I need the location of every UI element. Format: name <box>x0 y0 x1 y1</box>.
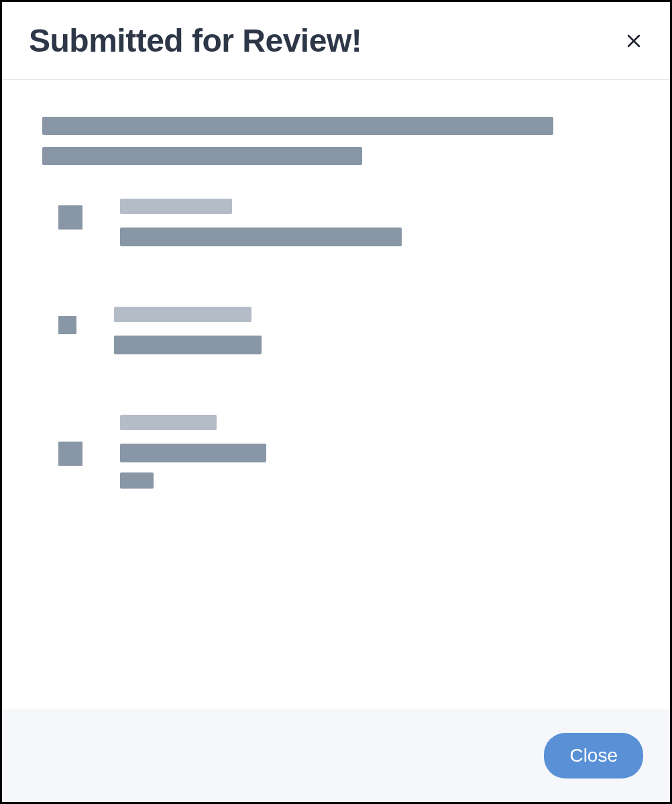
list-item <box>58 199 630 260</box>
modal-body <box>2 80 670 709</box>
list-item-content <box>120 199 402 260</box>
modal-footer: Close <box>2 709 670 802</box>
intro-text <box>42 117 630 165</box>
skeleton-line <box>114 307 251 322</box>
modal-title: Submitted for Review! <box>29 22 361 59</box>
list-item-content <box>114 307 262 368</box>
skeleton-line <box>120 415 217 430</box>
bullet-icon <box>58 442 82 466</box>
list-items <box>42 199 630 502</box>
skeleton-line <box>120 472 154 489</box>
modal-header: Submitted for Review! <box>2 2 670 80</box>
bullet-icon <box>58 316 76 334</box>
skeleton-line <box>120 199 232 214</box>
skeleton-line <box>120 228 402 246</box>
list-item-content <box>120 415 266 502</box>
skeleton-line <box>120 444 266 462</box>
close-button[interactable]: Close <box>544 733 643 778</box>
skeleton-line <box>42 117 553 135</box>
skeleton-line <box>42 147 362 165</box>
skeleton-line <box>114 336 262 354</box>
list-item <box>58 307 630 368</box>
close-icon[interactable] <box>624 32 643 50</box>
list-item <box>58 415 630 502</box>
bullet-icon <box>58 205 82 230</box>
